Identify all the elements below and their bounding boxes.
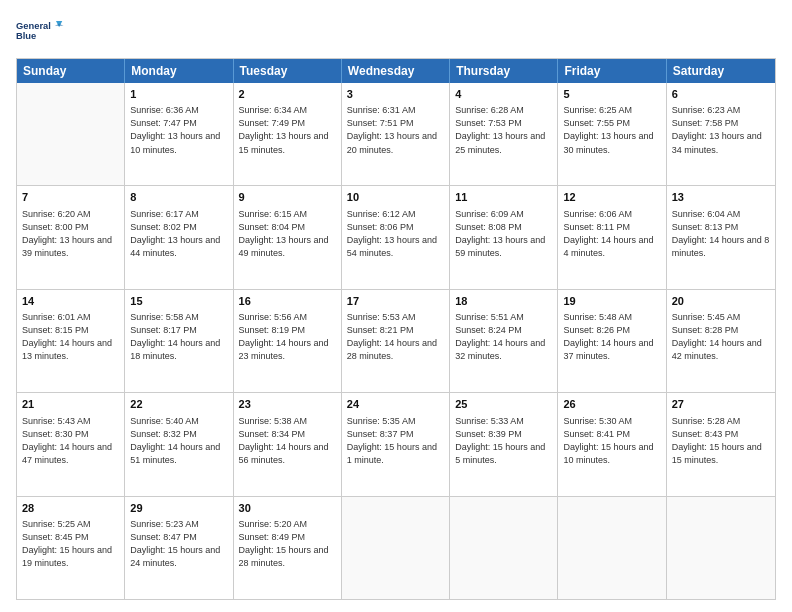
logo-svg: General Blue	[16, 12, 66, 50]
day-number: 11	[455, 190, 552, 205]
day-info: Sunrise: 5:56 AMSunset: 8:19 PMDaylight:…	[239, 311, 336, 363]
cal-cell-empty-3	[342, 497, 450, 599]
cal-header-tuesday: Tuesday	[234, 59, 342, 83]
cal-week-2: 7 Sunrise: 6:20 AMSunset: 8:00 PMDayligh…	[17, 186, 775, 289]
day-info: Sunrise: 5:28 AMSunset: 8:43 PMDaylight:…	[672, 415, 770, 467]
cal-week-3: 14 Sunrise: 6:01 AMSunset: 8:15 PMDaylig…	[17, 290, 775, 393]
day-number: 6	[672, 87, 770, 102]
day-number: 28	[22, 501, 119, 516]
cal-cell-5: 5 Sunrise: 6:25 AMSunset: 7:55 PMDayligh…	[558, 83, 666, 185]
cal-week-1: 1 Sunrise: 6:36 AMSunset: 7:47 PMDayligh…	[17, 83, 775, 186]
cal-cell-26: 26 Sunrise: 5:30 AMSunset: 8:41 PMDaylig…	[558, 393, 666, 495]
cal-header-sunday: Sunday	[17, 59, 125, 83]
day-info: Sunrise: 6:20 AMSunset: 8:00 PMDaylight:…	[22, 208, 119, 260]
cal-week-5: 28 Sunrise: 5:25 AMSunset: 8:45 PMDaylig…	[17, 497, 775, 599]
day-info: Sunrise: 6:34 AMSunset: 7:49 PMDaylight:…	[239, 104, 336, 156]
day-number: 24	[347, 397, 444, 412]
cal-cell-empty-6	[667, 497, 775, 599]
day-info: Sunrise: 6:12 AMSunset: 8:06 PMDaylight:…	[347, 208, 444, 260]
day-number: 2	[239, 87, 336, 102]
day-info: Sunrise: 5:53 AMSunset: 8:21 PMDaylight:…	[347, 311, 444, 363]
cal-header-wednesday: Wednesday	[342, 59, 450, 83]
day-number: 27	[672, 397, 770, 412]
day-number: 19	[563, 294, 660, 309]
day-number: 30	[239, 501, 336, 516]
cal-cell-8: 8 Sunrise: 6:17 AMSunset: 8:02 PMDayligh…	[125, 186, 233, 288]
cal-cell-6: 6 Sunrise: 6:23 AMSunset: 7:58 PMDayligh…	[667, 83, 775, 185]
day-number: 5	[563, 87, 660, 102]
day-number: 1	[130, 87, 227, 102]
cal-cell-2: 2 Sunrise: 6:34 AMSunset: 7:49 PMDayligh…	[234, 83, 342, 185]
cal-cell-23: 23 Sunrise: 5:38 AMSunset: 8:34 PMDaylig…	[234, 393, 342, 495]
day-info: Sunrise: 5:45 AMSunset: 8:28 PMDaylight:…	[672, 311, 770, 363]
day-number: 23	[239, 397, 336, 412]
day-number: 13	[672, 190, 770, 205]
cal-header-thursday: Thursday	[450, 59, 558, 83]
day-info: Sunrise: 5:40 AMSunset: 8:32 PMDaylight:…	[130, 415, 227, 467]
day-number: 21	[22, 397, 119, 412]
day-info: Sunrise: 6:01 AMSunset: 8:15 PMDaylight:…	[22, 311, 119, 363]
cal-cell-19: 19 Sunrise: 5:48 AMSunset: 8:26 PMDaylig…	[558, 290, 666, 392]
cal-header-monday: Monday	[125, 59, 233, 83]
calendar-body: 1 Sunrise: 6:36 AMSunset: 7:47 PMDayligh…	[17, 83, 775, 599]
day-info: Sunrise: 5:33 AMSunset: 8:39 PMDaylight:…	[455, 415, 552, 467]
day-info: Sunrise: 5:20 AMSunset: 8:49 PMDaylight:…	[239, 518, 336, 570]
cal-cell-empty-4	[450, 497, 558, 599]
day-info: Sunrise: 5:51 AMSunset: 8:24 PMDaylight:…	[455, 311, 552, 363]
cal-cell-10: 10 Sunrise: 6:12 AMSunset: 8:06 PMDaylig…	[342, 186, 450, 288]
cal-header-saturday: Saturday	[667, 59, 775, 83]
day-info: Sunrise: 6:17 AMSunset: 8:02 PMDaylight:…	[130, 208, 227, 260]
day-number: 17	[347, 294, 444, 309]
cal-cell-22: 22 Sunrise: 5:40 AMSunset: 8:32 PMDaylig…	[125, 393, 233, 495]
cal-cell-4: 4 Sunrise: 6:28 AMSunset: 7:53 PMDayligh…	[450, 83, 558, 185]
cal-cell-12: 12 Sunrise: 6:06 AMSunset: 8:11 PMDaylig…	[558, 186, 666, 288]
calendar: SundayMondayTuesdayWednesdayThursdayFrid…	[16, 58, 776, 600]
day-info: Sunrise: 6:28 AMSunset: 7:53 PMDaylight:…	[455, 104, 552, 156]
day-info: Sunrise: 5:35 AMSunset: 8:37 PMDaylight:…	[347, 415, 444, 467]
day-info: Sunrise: 6:36 AMSunset: 7:47 PMDaylight:…	[130, 104, 227, 156]
day-info: Sunrise: 5:30 AMSunset: 8:41 PMDaylight:…	[563, 415, 660, 467]
day-number: 22	[130, 397, 227, 412]
day-info: Sunrise: 5:25 AMSunset: 8:45 PMDaylight:…	[22, 518, 119, 570]
cal-header-friday: Friday	[558, 59, 666, 83]
day-number: 29	[130, 501, 227, 516]
cal-week-4: 21 Sunrise: 5:43 AMSunset: 8:30 PMDaylig…	[17, 393, 775, 496]
calendar-header: SundayMondayTuesdayWednesdayThursdayFrid…	[17, 59, 775, 83]
day-info: Sunrise: 6:31 AMSunset: 7:51 PMDaylight:…	[347, 104, 444, 156]
day-number: 18	[455, 294, 552, 309]
day-number: 25	[455, 397, 552, 412]
cal-cell-29: 29 Sunrise: 5:23 AMSunset: 8:47 PMDaylig…	[125, 497, 233, 599]
cal-cell-14: 14 Sunrise: 6:01 AMSunset: 8:15 PMDaylig…	[17, 290, 125, 392]
cal-cell-20: 20 Sunrise: 5:45 AMSunset: 8:28 PMDaylig…	[667, 290, 775, 392]
day-info: Sunrise: 6:04 AMSunset: 8:13 PMDaylight:…	[672, 208, 770, 260]
cal-cell-13: 13 Sunrise: 6:04 AMSunset: 8:13 PMDaylig…	[667, 186, 775, 288]
cal-cell-11: 11 Sunrise: 6:09 AMSunset: 8:08 PMDaylig…	[450, 186, 558, 288]
day-number: 10	[347, 190, 444, 205]
day-number: 8	[130, 190, 227, 205]
cal-cell-7: 7 Sunrise: 6:20 AMSunset: 8:00 PMDayligh…	[17, 186, 125, 288]
day-number: 12	[563, 190, 660, 205]
day-info: Sunrise: 6:23 AMSunset: 7:58 PMDaylight:…	[672, 104, 770, 156]
cal-cell-28: 28 Sunrise: 5:25 AMSunset: 8:45 PMDaylig…	[17, 497, 125, 599]
cal-cell-empty-5	[558, 497, 666, 599]
day-info: Sunrise: 5:48 AMSunset: 8:26 PMDaylight:…	[563, 311, 660, 363]
day-number: 16	[239, 294, 336, 309]
cal-cell-18: 18 Sunrise: 5:51 AMSunset: 8:24 PMDaylig…	[450, 290, 558, 392]
day-number: 4	[455, 87, 552, 102]
day-info: Sunrise: 5:58 AMSunset: 8:17 PMDaylight:…	[130, 311, 227, 363]
day-info: Sunrise: 5:23 AMSunset: 8:47 PMDaylight:…	[130, 518, 227, 570]
header: General Blue	[16, 12, 776, 50]
day-number: 9	[239, 190, 336, 205]
cal-cell-9: 9 Sunrise: 6:15 AMSunset: 8:04 PMDayligh…	[234, 186, 342, 288]
page: General Blue SundayMondayTuesdayWednesda…	[0, 0, 792, 612]
cal-cell-25: 25 Sunrise: 5:33 AMSunset: 8:39 PMDaylig…	[450, 393, 558, 495]
svg-text:Blue: Blue	[16, 31, 36, 41]
cal-cell-17: 17 Sunrise: 5:53 AMSunset: 8:21 PMDaylig…	[342, 290, 450, 392]
day-info: Sunrise: 5:38 AMSunset: 8:34 PMDaylight:…	[239, 415, 336, 467]
day-number: 3	[347, 87, 444, 102]
svg-marker-3	[55, 24, 64, 27]
day-number: 20	[672, 294, 770, 309]
cal-cell-30: 30 Sunrise: 5:20 AMSunset: 8:49 PMDaylig…	[234, 497, 342, 599]
cal-cell-15: 15 Sunrise: 5:58 AMSunset: 8:17 PMDaylig…	[125, 290, 233, 392]
day-number: 15	[130, 294, 227, 309]
